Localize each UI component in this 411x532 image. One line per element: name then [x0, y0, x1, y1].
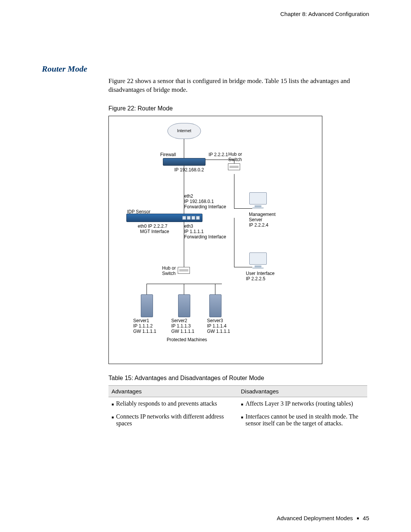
server2-l2: IP 1.1.1.3 [171, 323, 191, 329]
eth0-l2: MGT Interface [140, 229, 169, 234]
server3-l3: GW 1.1.1.1 [207, 329, 230, 334]
page-footer: Advanced Deployment Modes ■ 45 [277, 515, 369, 521]
list-item: ■Reliably responds to and prevents attac… [112, 400, 235, 407]
idp-sensor-icon [126, 214, 202, 222]
hub-bottom-l2: Switch [162, 271, 175, 276]
table-row: ■Connects IP networks with different add… [108, 410, 367, 430]
eth2-l3: Forwarding Interface [184, 204, 226, 209]
mgmt-l3: IP 2.2.2.4 [249, 222, 268, 228]
adv-text: Reliably responds to and prevents attack… [116, 400, 217, 407]
firewall-icon [163, 158, 206, 166]
mgmt-l1: Management [249, 212, 276, 217]
server1-l3: GW 1.1.1.1 [133, 329, 156, 334]
document-page: Chapter 8: Advanced Configuration Router… [0, 0, 411, 532]
mgmt-l2: Server [249, 217, 262, 222]
eth3-l1: eth3 [184, 224, 193, 229]
footer-bullet-icon: ■ [357, 516, 359, 520]
firewall-inner-ip: IP 192.168.0.2 [174, 167, 204, 173]
dis-text: Interfaces cannot be used in stealth mod… [245, 413, 364, 427]
list-item: ■Affects Layer 3 IP networks (routing ta… [241, 400, 364, 407]
eth2-l1: eth2 [184, 193, 193, 199]
protected-machines-label: Protected Machines [167, 337, 207, 342]
mgmt-monitor-icon [249, 192, 267, 209]
footer-section: Advanced Deployment Modes [277, 515, 353, 521]
table-header-row: Advantages Disadvantages [108, 385, 367, 397]
footer-page-number: 45 [363, 515, 369, 521]
table-row: ■Reliably responds to and prevents attac… [108, 397, 367, 410]
firewall-outer-ip: IP 2.2.2.1 [209, 152, 228, 157]
dis-text: Affects Layer 3 IP networks (routing tab… [245, 400, 353, 407]
section-title: Router Mode [42, 64, 369, 74]
server1-icon [141, 294, 153, 317]
server1-l1: Server1 [133, 318, 149, 323]
eth2-l2: IP 192.168.0.1 [184, 199, 214, 204]
intro-text: Figure 22 shows a sensor that is configu… [108, 77, 369, 94]
eth3-l2: IP 1.1.1.1 [184, 229, 204, 234]
switch-top-icon [228, 163, 240, 170]
ui-monitor-icon [249, 252, 267, 269]
table-caption: Table 15: Advantages and Disadvantages o… [108, 375, 369, 382]
adv-text: Connects IP networks with different addr… [116, 413, 235, 427]
server2-l1: Server2 [171, 318, 187, 323]
eth0-l1: eth0 IP 2.2.2.7 [138, 224, 167, 229]
sensor-ports-icon [182, 216, 200, 220]
server1-l2: IP 1.1.1.2 [133, 323, 153, 329]
th-advantages: Advantages [108, 386, 238, 397]
internet-cloud-icon: Internet [167, 123, 201, 139]
hub-bottom-l1: Hub or [162, 265, 176, 271]
eth3-l3: Forwarding Interface [184, 234, 226, 240]
figure-caption: Figure 22: Router Mode [108, 105, 369, 112]
switch-bottom-icon [178, 267, 190, 274]
figure-diagram: Internet Firewall IP 2.2.2.1 IP 192.168.… [108, 116, 322, 364]
server2-l3: GW 1.1.1.1 [171, 329, 194, 334]
server3-icon [209, 294, 221, 317]
server3-l1: Server3 [207, 318, 223, 323]
internet-label: Internet [177, 128, 191, 133]
list-item: ■Connects IP networks with different add… [112, 413, 235, 427]
hub-top-label1: Hub or [228, 152, 242, 157]
page-header: Chapter 8: Advanced Configuration [280, 11, 370, 17]
list-item: ■Interfaces cannot be used in stealth mo… [241, 413, 364, 427]
ui-l1: User Interface [246, 271, 274, 276]
th-disadvantages: Disadvantages [238, 386, 367, 397]
hub-top-label2: Switch [228, 157, 242, 162]
firewall-label: Firewall [160, 152, 176, 157]
server3-l2: IP 1.1.1.4 [207, 323, 226, 329]
advantages-table: Advantages Disadvantages ■Reliably respo… [108, 385, 367, 430]
content-body: Figure 22 shows a sensor that is configu… [108, 77, 369, 430]
server2-icon [178, 294, 190, 317]
ui-l2: IP 2.2.2.5 [246, 276, 265, 281]
